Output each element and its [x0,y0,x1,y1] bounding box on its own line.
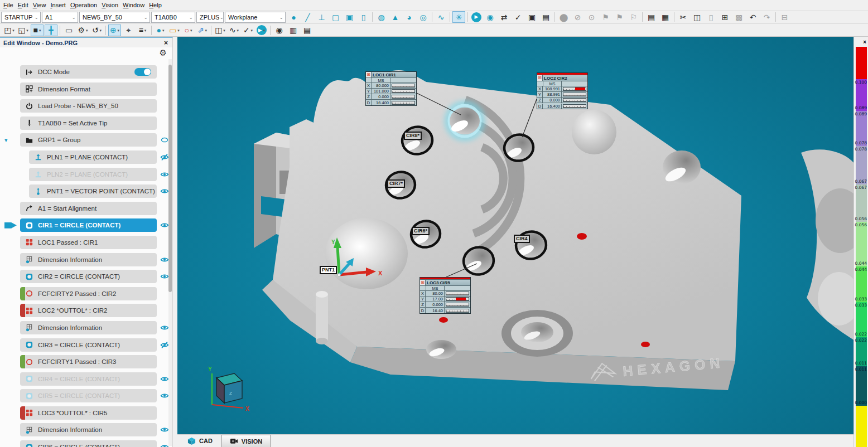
dropdown-caret-icon[interactable]: ▾ [223,28,225,32]
view-pan-button[interactable]: ╋ [45,25,57,36]
dimension-label-loc1-cir1[interactable]: LOC1 CIR1MSX80.000Y101.000Z0.000D16.400 [365,71,417,106]
dropdown-caret-icon[interactable]: ▾ [39,28,41,32]
chevron-down-icon[interactable]: ⌄ [71,14,76,20]
snapshot-camera-button[interactable]: ◉ [273,25,286,36]
feature-tag-cir6[interactable]: CIR6* [412,227,430,235]
break-point-button[interactable]: ⊘ [571,11,584,23]
menu-view[interactable]: View [33,1,51,9]
graph-template-button[interactable]: ▤ [301,25,314,36]
command-cir4-circle-contact[interactable]: CIR4 = CIRCLE (CONTACT) [20,372,157,386]
continue-execution-button[interactable]: ⊙ [585,11,598,23]
dropdown-caret-icon[interactable]: ▾ [162,28,165,32]
close-icon[interactable]: × [863,39,866,45]
menu-vision[interactable]: Vision [102,1,123,9]
bookmark-button[interactable]: ⚑ [599,11,612,23]
dropdown-caret-icon[interactable]: ▾ [237,28,239,32]
command-dimension-format[interactable]: Dimension Format [20,82,157,96]
sphere-display-button[interactable]: ●▾ [154,25,167,36]
dropdown-caret-icon[interactable]: ▾ [26,28,28,32]
dimension-label-loc2-cir2[interactable]: LOC2 CIR2MSX108.991Y88.991Z0.000D16.400 [537,72,588,109]
sphere-dome[interactable] [572,110,616,154]
execute-program-button[interactable]: ▶ [471,12,481,22]
report-template-button[interactable]: ▥ [287,25,300,36]
command-a1-start-alignment[interactable]: A1 = Start Alignment [20,202,157,215]
dimension-label-loc3-cir5[interactable]: LOC3 CIR5MSX80.00Y17.00Z0.000D16.40 [419,277,471,314]
optimization-settings-button[interactable]: ⚙▾ [76,25,89,36]
command-cir5-circle-contact[interactable]: CIR5 = CIRCLE (CONTACT) [20,389,157,402]
view-orientation-button[interactable]: ⊕▾ [108,25,121,36]
command-dimension-information[interactable]: Dimension Information [20,253,157,266]
dropdown-caret-icon[interactable]: ▾ [251,28,253,32]
bookmark-insert-button[interactable]: ⚑ [613,11,626,23]
loop-mode-button[interactable]: ⇄ [498,11,510,23]
eye-icon[interactable] [160,273,169,280]
eye-icon[interactable] [160,221,169,229]
dropdown-caret-icon[interactable]: ▾ [177,28,180,32]
command-grp1-group[interactable]: GRP1 = Group [20,133,157,147]
chevron-down-icon[interactable]: ⌄ [143,14,148,20]
view-rotate-3d-button[interactable]: ◱▾ [17,25,30,36]
dcc-mode-toggle[interactable] [134,68,151,76]
cad-viewport[interactable]: HEXAGON X Y Y X [177,37,853,434]
cylinder-feature-button[interactable]: ◍ [375,11,388,23]
counterbore-boss[interactable] [501,310,573,357]
dropdown-caret-icon[interactable]: ▾ [190,28,192,32]
command-loc2-outtol-cir2[interactable]: LOC2 *OUTTOL* : CIR2 [20,304,157,317]
dropdown-caret-icon[interactable]: ▾ [144,28,147,32]
copy-button[interactable]: ◫ [691,11,703,23]
command-cir1-circle-contact[interactable]: CIR1 = CIRCLE (CONTACT) [20,218,157,232]
menu-edit[interactable]: Edit [18,1,33,9]
edit-window-titlebar[interactable]: Edit Window - Demo.PRG × [0,38,172,47]
circle-zone-button[interactable]: ○▾ [182,25,195,36]
menu-window[interactable]: Window [123,1,149,9]
command-dimension-information[interactable]: Dimension Information [20,321,157,334]
undo-button[interactable]: ↶ [746,11,759,23]
feature-tag-cir4[interactable]: CIR4 [514,235,530,243]
redo-button[interactable]: ↷ [760,11,773,23]
sphere-feature-button[interactable]: ◕ [403,11,416,23]
eye-slash-icon[interactable] [160,341,169,349]
mark-done-button[interactable]: ✓ [512,11,524,23]
feature-tag-pnt1[interactable]: PNT1 [320,266,337,274]
print-button[interactable]: ⊟ [778,11,791,23]
torus-feature-button[interactable]: ◎ [417,11,430,23]
feature-tag-cir7[interactable]: CIR7* [387,179,405,188]
command-cir3-circle-contact[interactable]: CIR3 = CIRCLE (CONTACT) [20,338,157,352]
cut-button[interactable]: ✂ [677,11,689,23]
circle-feature-button[interactable]: ▢ [329,11,342,23]
panel-splitter[interactable] [173,37,177,447]
active-alignment-dropdown[interactable]: A1⌄ [42,12,78,23]
document-check-button[interactable]: ▣ [525,11,538,23]
view-shaded-button[interactable]: ■▾ [31,25,44,36]
dropdown-caret-icon[interactable]: ▾ [263,28,266,32]
plain-hole[interactable] [663,150,701,184]
measurement-path-button[interactable]: ∿▾ [228,25,240,36]
command-fcfcirty2-passed-cir2[interactable]: FCFCIRTY2 Passed : CIR2 [20,287,157,300]
document-cancel-button[interactable]: ▤ [539,11,552,23]
curve-feature-button[interactable]: ∿ [435,11,447,23]
chevron-down-icon[interactable]: ⌄ [189,14,193,20]
scrollbar-thumb[interactable] [168,65,172,292]
eye-slash-icon[interactable] [160,153,169,161]
comment-button[interactable]: ▭ [62,25,75,36]
paste-with-pattern-button[interactable]: ⊞ [718,11,731,23]
point-feature-button[interactable]: ● [287,11,300,23]
edit-grid-button[interactable]: ▩ [732,11,745,23]
menu-help[interactable]: Help [149,1,166,9]
rect-zone-button[interactable]: ▭▾ [168,25,181,36]
dropdown-caret-icon[interactable]: ▾ [12,28,15,32]
command-cir6-circle-contact[interactable]: CIR6 = CIRCLE (CONTACT) [20,440,157,447]
command-pln2-plane-contact[interactable]: PLN2 = PLANE (CONTACT) [29,168,157,181]
command-loc1-passed-cir1[interactable]: LOC1 Passed : CIR1 [20,236,157,249]
bookmark-clear-button[interactable]: ⚐ [627,11,640,23]
eye-icon[interactable] [160,324,169,332]
cone-feature-button[interactable]: ▲ [389,11,402,23]
collapse-arrow-icon[interactable]: ▾ [4,137,8,144]
execute-feature-button[interactable]: ◉ [484,11,496,23]
chevron-down-icon[interactable]: ⌄ [219,14,224,20]
square-slot-feature-button[interactable]: ▯ [357,11,370,23]
copy-window-button[interactable]: ◫▾ [214,25,226,36]
quick-fixture-button[interactable]: ⇗▾ [196,25,209,36]
view-translate-button[interactable]: ◰▾ [3,25,16,36]
command-cir2-circle-contact[interactable]: CIR2 = CIRCLE (CONTACT) [20,270,157,283]
